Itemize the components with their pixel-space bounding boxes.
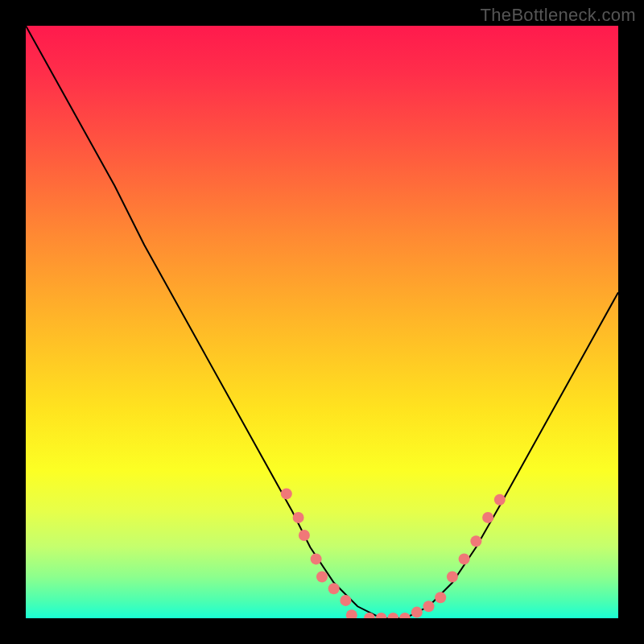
marker-dot bbox=[411, 607, 423, 618]
marker-dot bbox=[387, 613, 398, 618]
marker-dot bbox=[459, 553, 470, 564]
bottleneck-curve bbox=[26, 26, 618, 618]
marker-dot bbox=[494, 494, 506, 506]
marker-dot bbox=[447, 572, 458, 583]
watermark-text: TheBottleneck.com bbox=[481, 5, 636, 26]
marker-dot bbox=[435, 592, 446, 603]
chart-overlay bbox=[26, 26, 618, 618]
marker-dot bbox=[293, 512, 304, 523]
marker-dot bbox=[470, 535, 481, 547]
marker-dot bbox=[311, 553, 322, 564]
marker-dot bbox=[423, 601, 435, 612]
marker-dot bbox=[328, 583, 340, 594]
marker-dot bbox=[281, 488, 292, 499]
marker-dot bbox=[299, 530, 310, 541]
marker-dot bbox=[316, 572, 328, 583]
marker-dot bbox=[482, 512, 493, 523]
curve-line bbox=[26, 26, 618, 618]
marker-dot bbox=[399, 613, 411, 618]
marker-dot bbox=[340, 595, 351, 606]
marker-dot bbox=[376, 613, 387, 618]
marker-dot bbox=[346, 609, 357, 618]
